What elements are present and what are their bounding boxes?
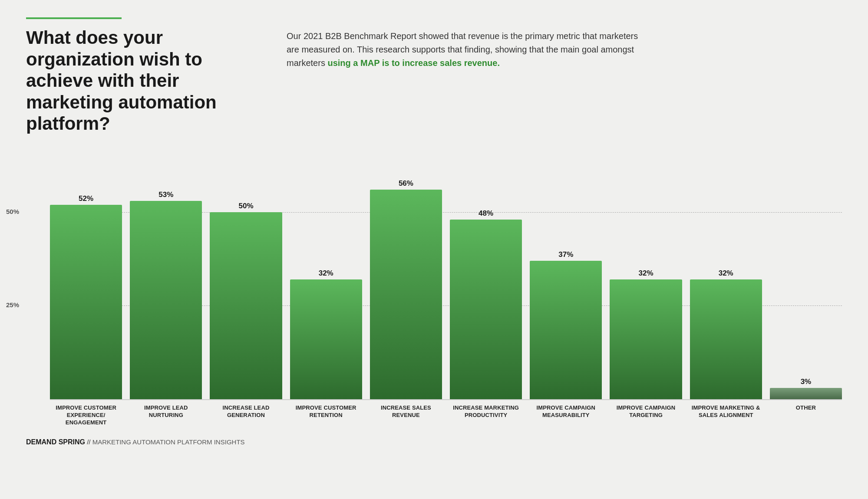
bar-group-increase-marketing-productivity: 48% xyxy=(450,209,522,399)
bars-container: 52%53%50%32%56%48%37%32%32%3% xyxy=(50,156,842,399)
bar-value-improve-marketing-sales-alignment: 32% xyxy=(719,269,733,278)
bar-group-improve-customer-exp: 52% xyxy=(50,194,122,399)
bar-value-improve-lead-nurturing: 53% xyxy=(158,190,173,199)
bar-value-improve-customer-retention: 32% xyxy=(319,269,333,278)
bar-increase-sales-revenue xyxy=(370,190,442,399)
description: Our 2021 B2B Benchmark Report showed tha… xyxy=(287,30,643,70)
footer-brand: DEMAND SPRING xyxy=(26,438,85,446)
bar-group-improve-customer-retention: 32% xyxy=(290,269,362,399)
header-section: What does your organization wish to achi… xyxy=(26,27,842,135)
bar-other xyxy=(770,388,842,399)
bar-value-increase-sales-revenue: 56% xyxy=(399,179,413,188)
x-label-increase-marketing-productivity: INCREASE MARKETING PRODUCTIVITY xyxy=(450,404,522,427)
bar-group-improve-marketing-sales-alignment: 32% xyxy=(690,269,762,399)
x-label-other: OTHER xyxy=(770,404,842,427)
chart-inner: 52%53%50%32%56%48%37%32%32%3% IMPROVE CU… xyxy=(50,156,842,427)
bar-group-improve-campaign-measurability: 37% xyxy=(530,250,602,399)
footer-subtitle: MARKETING AUTOMATION PLATFORM INSIGHTS xyxy=(92,438,245,446)
bar-value-improve-campaign-measurability: 37% xyxy=(558,250,573,259)
x-label-improve-campaign-targeting: IMPROVE CAMPAIGN TARGETING xyxy=(610,404,682,427)
bar-improve-customer-exp xyxy=(50,205,122,399)
x-label-increase-lead-gen: INCREASE LEAD GENERATION xyxy=(210,404,282,427)
footer-separator: // xyxy=(85,438,92,446)
bar-value-increase-marketing-productivity: 48% xyxy=(479,209,493,218)
bar-increase-lead-gen xyxy=(210,212,282,399)
bar-increase-marketing-productivity xyxy=(450,220,522,399)
x-labels: IMPROVE CUSTOMER EXPERIENCE/ ENGAGEMENTI… xyxy=(50,404,842,427)
bar-value-improve-campaign-targeting: 32% xyxy=(639,269,653,278)
footer: DEMAND SPRING // MARKETING AUTOMATION PL… xyxy=(26,438,842,446)
x-label-increase-sales-revenue: INCREASE SALES REVENUE xyxy=(370,404,442,427)
chart-bottom-line xyxy=(50,399,842,400)
bar-group-increase-sales-revenue: 56% xyxy=(370,179,442,399)
y-axis-label-50: 50% xyxy=(6,208,23,215)
description-highlight: using a MAP is to increase sales revenue… xyxy=(327,58,499,68)
chart-area: 50%25% 52%53%50%32%56%48%37%32%32%3% IMP… xyxy=(26,156,842,427)
bar-improve-marketing-sales-alignment xyxy=(690,279,762,399)
header-right: Our 2021 B2B Benchmark Report showed tha… xyxy=(287,27,842,70)
bar-improve-lead-nurturing xyxy=(130,201,202,399)
header-left: What does your organization wish to achi… xyxy=(26,27,252,135)
bar-improve-customer-retention xyxy=(290,279,362,399)
x-label-improve-customer-retention: IMPROVE CUSTOMER RETENTION xyxy=(290,404,362,427)
x-label-improve-customer-exp: IMPROVE CUSTOMER EXPERIENCE/ ENGAGEMENT xyxy=(50,404,122,427)
bar-value-other: 3% xyxy=(801,378,812,386)
bar-value-increase-lead-gen: 50% xyxy=(238,202,253,210)
x-label-improve-lead-nurturing: IMPROVE LEAD NURTURING xyxy=(130,404,202,427)
bar-value-improve-customer-exp: 52% xyxy=(79,194,93,203)
top-accent xyxy=(26,17,122,19)
x-label-improve-marketing-sales-alignment: IMPROVE MARKETING & SALES ALIGNMENT xyxy=(690,404,762,427)
x-label-improve-campaign-measurability: IMPROVE CAMPAIGN MEASURABILITY xyxy=(530,404,602,427)
y-axis-label-25: 25% xyxy=(6,301,23,309)
bar-group-improve-lead-nurturing: 53% xyxy=(130,190,202,399)
main-title: What does your organization wish to achi… xyxy=(26,27,252,135)
bar-group-increase-lead-gen: 50% xyxy=(210,202,282,399)
bar-improve-campaign-targeting xyxy=(610,279,682,399)
bar-group-improve-campaign-targeting: 32% xyxy=(610,269,682,399)
bar-improve-campaign-measurability xyxy=(530,261,602,399)
bar-group-other: 3% xyxy=(770,378,842,399)
